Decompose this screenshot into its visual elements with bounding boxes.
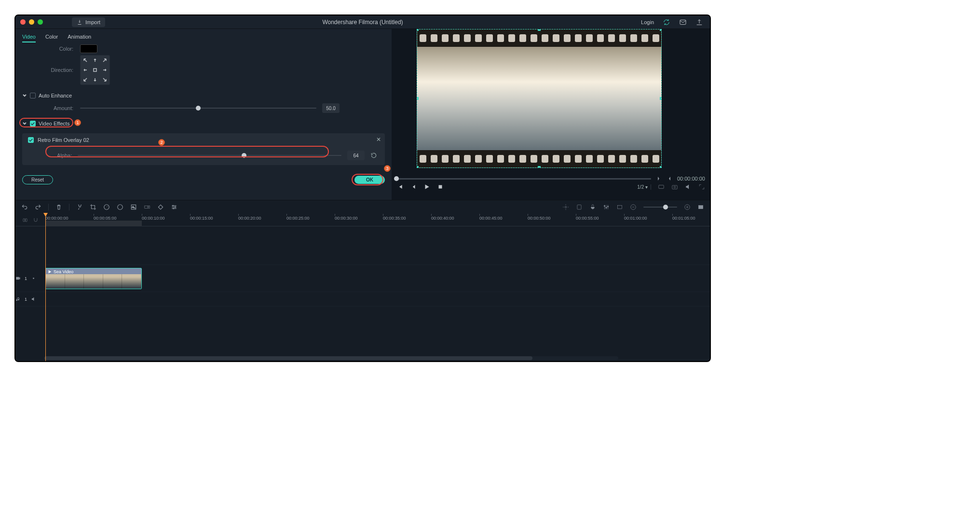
preview-right-tools: 1/2 ▾ — [634, 183, 705, 190]
color-icon[interactable] — [117, 204, 123, 210]
dir-center[interactable] — [90, 65, 100, 75]
undo-icon[interactable] — [21, 204, 28, 210]
delete-icon[interactable] — [55, 204, 62, 210]
reset-button[interactable]: Reset — [22, 175, 53, 184]
detach-icon[interactable] — [144, 204, 150, 210]
tab-video[interactable]: Video — [22, 32, 36, 42]
audio-track-head[interactable]: 1 — [15, 292, 45, 307]
ok-button[interactable]: OK — [354, 176, 385, 184]
dir-w[interactable] — [81, 65, 90, 75]
stop-icon[interactable] — [437, 183, 444, 190]
app-title: Wondershare Filmora (Untitled) — [322, 19, 403, 26]
import-icon — [77, 19, 82, 25]
svg-rect-10 — [149, 206, 150, 209]
mic-icon[interactable] — [589, 204, 596, 210]
annotation-badge-1: 1 — [74, 119, 81, 126]
auto-enhance-header[interactable]: Auto Enhance — [22, 90, 385, 101]
zoom-out-icon[interactable] — [630, 204, 637, 210]
volume-icon[interactable] — [685, 183, 692, 190]
mark-out-icon[interactable] — [667, 176, 672, 182]
dir-sw[interactable] — [81, 75, 90, 84]
mixer-icon[interactable] — [603, 204, 610, 210]
lock-icon[interactable] — [40, 296, 45, 302]
upload-icon[interactable] — [695, 18, 703, 26]
dir-e[interactable] — [100, 65, 109, 75]
preview-panel: 00:00:00:00 1/2 ▾ — [392, 29, 710, 200]
zoom-window-icon[interactable] — [38, 19, 43, 25]
close-window-icon[interactable] — [20, 19, 26, 25]
dir-nw[interactable] — [81, 56, 90, 65]
dir-s[interactable] — [90, 75, 100, 84]
video-effects-checkbox[interactable] — [30, 121, 36, 126]
video-track-head[interactable]: 1 — [15, 265, 45, 292]
effect-checkbox[interactable] — [28, 137, 34, 143]
import-label: Import — [85, 19, 100, 25]
zoom-in-icon[interactable] — [684, 204, 691, 210]
greenscreen-icon[interactable] — [130, 204, 137, 210]
tab-animation[interactable]: Animation — [68, 32, 91, 42]
tab-color[interactable]: Color — [45, 32, 58, 42]
minimize-window-icon[interactable] — [29, 19, 34, 25]
direction-grid[interactable] — [80, 55, 110, 85]
render-icon[interactable] — [616, 204, 623, 210]
auto-enhance-checkbox[interactable] — [30, 93, 36, 98]
svg-rect-25 — [25, 219, 27, 222]
crop-icon[interactable] — [90, 204, 96, 210]
preview-image[interactable] — [417, 29, 662, 168]
zoom-slider[interactable] — [643, 207, 677, 208]
eye-icon[interactable] — [31, 276, 36, 281]
preview-ratio[interactable]: 1/2 ▾ — [634, 184, 651, 190]
ruler-area[interactable]: 00:00:00:0000:00:05:0000:00:10:0000:00:1… — [45, 214, 710, 226]
direction-label: Direction: — [22, 67, 80, 73]
svg-rect-1 — [94, 69, 96, 71]
zoom-fit-icon[interactable] — [697, 204, 704, 210]
frame-back-icon[interactable] — [410, 183, 417, 190]
snapshot-icon[interactable] — [671, 183, 678, 190]
play-icon[interactable] — [423, 183, 430, 190]
quality-icon[interactable] — [658, 183, 665, 190]
alpha-value[interactable]: 64 — [347, 151, 365, 160]
track-toggle-icon[interactable] — [576, 204, 583, 210]
svg-rect-3 — [659, 185, 664, 189]
step-back-icon[interactable] — [396, 183, 403, 190]
redo-icon[interactable] — [35, 204, 41, 210]
sync-icon[interactable] — [663, 18, 670, 26]
magnet-icon[interactable] — [33, 217, 39, 223]
preview-canvas[interactable] — [392, 29, 710, 174]
video-clip[interactable]: Sea Video — [45, 268, 142, 289]
amount-slider[interactable] — [80, 108, 316, 109]
mail-icon[interactable] — [679, 18, 687, 26]
audio-track-icon — [15, 296, 21, 302]
link-icon[interactable] — [22, 217, 28, 223]
mark-in-icon[interactable] — [656, 176, 662, 182]
preview-transport: 00:00:00:00 1/2 ▾ — [392, 174, 710, 197]
preview-scrubber[interactable] — [396, 178, 651, 180]
reset-alpha-icon[interactable] — [370, 152, 377, 159]
lock-icon[interactable] — [40, 276, 45, 281]
dir-ne[interactable] — [100, 56, 109, 65]
import-button[interactable]: Import — [72, 17, 105, 27]
fullscreen-icon[interactable] — [698, 183, 705, 190]
svg-rect-24 — [23, 219, 25, 222]
color-swatch[interactable] — [80, 44, 97, 53]
dir-n[interactable] — [90, 56, 100, 65]
alpha-slider[interactable] — [78, 155, 341, 156]
ruler-tick: 00:00:35:00 — [383, 214, 406, 221]
keyframe-icon[interactable] — [157, 204, 164, 210]
split-icon[interactable] — [76, 204, 83, 210]
speed-icon[interactable] — [103, 204, 110, 210]
audio-track-1[interactable] — [45, 292, 710, 307]
marker-icon[interactable] — [562, 204, 569, 210]
dir-se[interactable] — [100, 75, 109, 84]
titlebar: Import Wondershare Filmora (Untitled) Lo… — [15, 15, 710, 29]
adjust-icon[interactable] — [171, 204, 177, 210]
speaker-icon[interactable] — [31, 296, 36, 302]
remove-effect-button[interactable]: ✕ — [376, 136, 381, 143]
track-playhead[interactable] — [45, 226, 46, 361]
login-button[interactable]: Login — [641, 19, 654, 25]
preview-timecode: 00:00:00:00 — [677, 176, 705, 182]
video-track-1[interactable]: Sea Video — [45, 265, 710, 292]
timeline-scrollbar[interactable] — [44, 356, 618, 360]
timeline-ruler[interactable]: 00:00:00:0000:00:05:0000:00:10:0000:00:1… — [15, 214, 710, 226]
amount-value[interactable]: 50.0 — [322, 103, 340, 113]
